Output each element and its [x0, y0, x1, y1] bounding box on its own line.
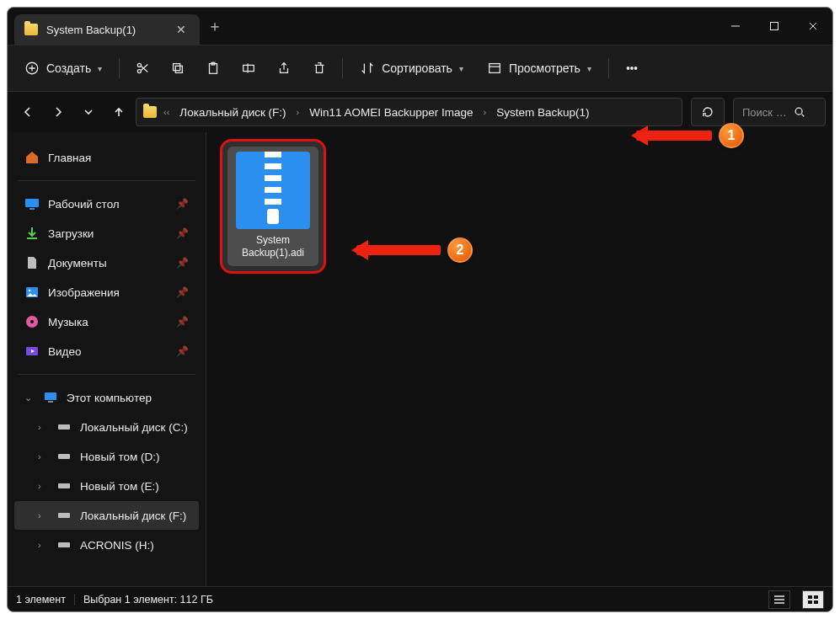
svg-rect-21 — [45, 392, 56, 400]
sidebar-item-video[interactable]: Видео 📌 — [14, 337, 199, 366]
paste-button[interactable] — [197, 53, 229, 83]
annotation-arrow-2 — [356, 245, 441, 255]
nav-back-button[interactable] — [14, 99, 41, 125]
breadcrumb-folder-1[interactable]: Win11 AOMEI Backupper Image — [306, 104, 476, 120]
sidebar-item-drive-f[interactable]: › Локальный диск (F:) — [14, 501, 199, 530]
chevron-right-icon: › — [38, 422, 48, 432]
window-tab[interactable]: System Backup(1) ✕ — [14, 14, 200, 45]
file-explorer-window: System Backup(1) ✕ ＋ Создать ▾ С — [7, 7, 833, 612]
chevron-left-icon: ‹‹ — [162, 107, 171, 117]
sidebar-item-drive-e[interactable]: › Новый том (E:) — [14, 472, 199, 500]
sidebar-label: Локальный диск (C:) — [80, 421, 188, 434]
maximize-button[interactable] — [755, 8, 794, 45]
sidebar-label: Новый том (E:) — [80, 480, 159, 493]
sort-icon — [360, 61, 375, 76]
pin-icon: 📌 — [176, 257, 189, 269]
chevron-right-icon: › — [38, 540, 48, 550]
cut-button[interactable] — [126, 53, 158, 83]
rename-button[interactable] — [233, 53, 265, 83]
chevron-right-icon: › — [38, 451, 48, 462]
sidebar: Главная Рабочий стол 📌 Загрузки 📌 Докуме… — [8, 132, 206, 586]
sort-button[interactable]: Сортировать ▾ — [350, 53, 474, 83]
sidebar-label: Видео — [48, 345, 81, 358]
svg-rect-14 — [25, 199, 39, 207]
sidebar-item-drive-c[interactable]: › Локальный диск (C:) — [14, 413, 199, 441]
view-list-button[interactable] — [768, 590, 790, 609]
pin-icon: 📌 — [176, 198, 189, 210]
sidebar-label: Музыка — [48, 316, 88, 328]
new-tab-button[interactable]: ＋ — [200, 16, 230, 36]
svg-rect-27 — [58, 542, 70, 547]
view-label: Просмотреть — [509, 61, 581, 75]
sidebar-label: Новый том (D:) — [80, 451, 160, 463]
svg-rect-8 — [243, 65, 254, 71]
pin-icon: 📌 — [176, 316, 189, 328]
sidebar-label: Рабочий стол — [48, 198, 120, 211]
sidebar-label: Документы — [48, 257, 107, 269]
breadcrumb-drive[interactable]: Локальный диск (F:) — [176, 104, 289, 120]
file-item[interactable]: System Backup(1).adi — [227, 147, 318, 266]
content-area[interactable]: 1 System Backup(1).adi 2 — [206, 132, 832, 586]
ellipsis-icon — [624, 61, 639, 76]
sidebar-item-drive-h[interactable]: › ACRONIS (H:) — [14, 531, 199, 559]
view-button[interactable]: Просмотреть ▾ — [477, 53, 602, 83]
sidebar-label: Главная — [48, 152, 91, 164]
sidebar-item-home[interactable]: Главная — [14, 143, 199, 172]
documents-icon — [24, 255, 40, 270]
chevron-down-icon: ⌄ — [24, 392, 35, 403]
sidebar-item-this-pc[interactable]: ⌄ Этот компьютер — [14, 383, 199, 412]
status-selection: Выбран 1 элемент: 112 ГБ — [83, 594, 213, 606]
copy-button[interactable] — [162, 53, 194, 83]
more-button[interactable] — [616, 53, 648, 83]
search-box[interactable]: Поиск … — [733, 98, 826, 126]
sidebar-label: Этот компьютер — [67, 392, 152, 404]
nav-forward-button[interactable] — [45, 99, 72, 125]
home-icon — [24, 150, 40, 165]
svg-rect-25 — [58, 483, 70, 488]
desktop-icon — [24, 196, 40, 211]
nav-up-button[interactable] — [105, 99, 132, 125]
breadcrumb-folder-2[interactable]: System Backup(1) — [493, 104, 592, 120]
sidebar-item-pictures[interactable]: Изображения 📌 — [14, 278, 199, 307]
svg-point-13 — [795, 108, 802, 115]
annotation-arrow-1 — [636, 131, 712, 141]
view-grid-button[interactable] — [802, 590, 824, 609]
navigation-row: ‹‹ Локальный диск (F:) › Win11 AOMEI Bac… — [8, 92, 832, 132]
sidebar-item-music[interactable]: Музыка 📌 — [14, 307, 199, 336]
drive-icon — [56, 478, 72, 494]
sidebar-item-drive-d[interactable]: › Новый том (D:) — [14, 442, 199, 471]
svg-rect-5 — [176, 66, 183, 72]
plus-circle-icon — [24, 61, 40, 76]
music-icon — [24, 314, 40, 329]
trash-icon — [312, 61, 327, 76]
delete-button[interactable] — [303, 53, 335, 83]
computer-icon — [43, 390, 58, 405]
drive-icon — [56, 508, 72, 523]
rename-icon — [241, 61, 256, 76]
svg-rect-4 — [174, 64, 180, 71]
svg-point-3 — [138, 63, 142, 67]
folder-icon — [143, 106, 157, 118]
refresh-button[interactable] — [691, 98, 725, 126]
pictures-icon — [24, 285, 40, 300]
address-bar[interactable]: ‹‹ Локальный диск (F:) › Win11 AOMEI Bac… — [136, 98, 682, 126]
create-button[interactable]: Создать ▾ — [14, 53, 112, 83]
svg-point-11 — [631, 67, 634, 70]
svg-rect-29 — [814, 595, 818, 599]
sidebar-item-downloads[interactable]: Загрузки 📌 — [14, 219, 199, 248]
share-button[interactable] — [268, 53, 300, 83]
view-icon — [487, 61, 502, 76]
pin-icon: 📌 — [176, 286, 189, 298]
sidebar-item-desktop[interactable]: Рабочий стол 📌 — [14, 189, 199, 218]
tab-title: System Backup(1) — [46, 24, 136, 36]
nav-recent-button[interactable] — [75, 99, 102, 125]
annotation-badge-1: 1 — [719, 123, 744, 148]
toolbar: Создать ▾ Сортировать ▾ Просмотреть ▾ — [8, 45, 832, 92]
chevron-down-icon: ▾ — [587, 64, 591, 73]
folder-icon — [24, 24, 38, 35]
close-tab-button[interactable]: ✕ — [173, 23, 190, 36]
close-window-button[interactable] — [794, 8, 832, 45]
sidebar-item-documents[interactable]: Документы 📌 — [14, 248, 199, 277]
status-bar: 1 элемент Выбран 1 элемент: 112 ГБ — [8, 586, 832, 611]
minimize-button[interactable] — [716, 8, 755, 45]
